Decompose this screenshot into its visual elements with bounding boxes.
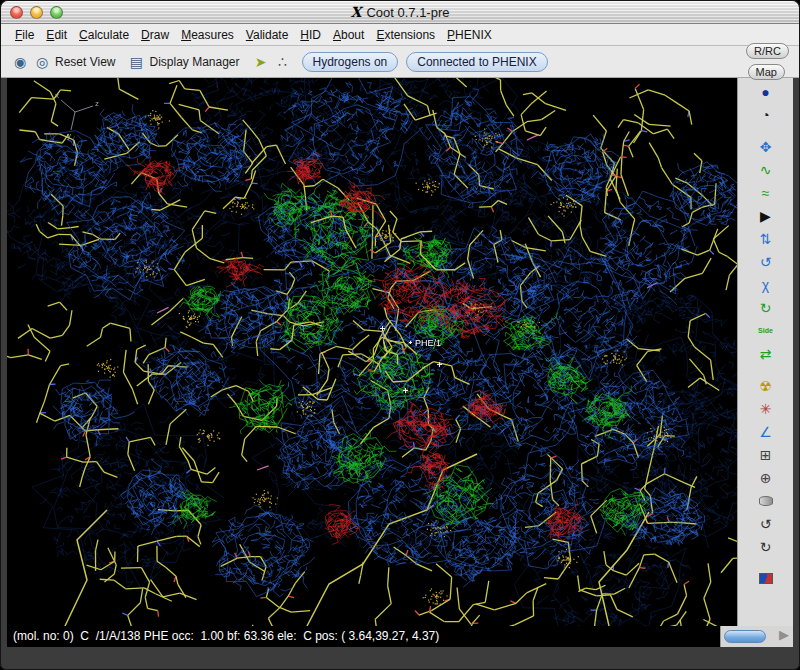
horizontal-scrollbar-thumb[interactable]: [724, 630, 766, 643]
menu-about[interactable]: About: [327, 26, 370, 44]
phenix-connection-button[interactable]: Connected to PHENIX: [406, 52, 547, 72]
redo-icon[interactable]: ↻: [754, 536, 778, 557]
rotate-translate-zone-icon[interactable]: ✥: [754, 136, 778, 157]
modelling-toolbar: ●◔✥∿≈▶⇅↺χ↻Side⇄☢✳∠⊞⊕↺↻: [737, 78, 793, 626]
go-to-ligand-icon[interactable]: ∴: [272, 55, 294, 69]
undo-icon[interactable]: ↺: [754, 513, 778, 534]
play-icon[interactable]: ▶: [754, 205, 778, 226]
menu-hid[interactable]: HID: [294, 26, 327, 44]
resize-grip[interactable]: ▶: [779, 627, 789, 642]
window-title-text: Coot 0.7.1-pre: [366, 5, 449, 20]
toolbar: ◉ ◎ Reset View ▤ Display Manager ➤ ∴ Hyd…: [1, 46, 799, 78]
hydrogens-toggle-button[interactable]: Hydrogens on: [302, 52, 399, 72]
real-space-refine-icon[interactable]: ∿: [754, 159, 778, 180]
menu-calculate[interactable]: Calculate: [73, 26, 135, 44]
menu-draw[interactable]: Draw: [135, 26, 175, 44]
display-manager-icon[interactable]: ▤: [125, 55, 147, 69]
auto-fit-rotamer-icon[interactable]: ↺: [754, 251, 778, 272]
rotamers-icon[interactable]: ↻: [754, 297, 778, 318]
window-controls: [10, 6, 63, 19]
sphere-refine-icon[interactable]: ☢: [754, 375, 778, 396]
gl-canvas[interactable]: [7, 78, 737, 626]
menu-phenix[interactable]: PHENIX: [441, 26, 498, 44]
coot-window: X Coot 0.7.1-pre FileEditCalculateDrawMe…: [0, 0, 800, 670]
menu-measures[interactable]: Measures: [175, 26, 240, 44]
zoom-button[interactable]: [50, 6, 63, 19]
titlebar[interactable]: X Coot 0.7.1-pre: [1, 1, 799, 24]
add-terminal-residue-icon[interactable]: ⊕: [754, 467, 778, 488]
reset-view-icon[interactable]: ◉: [9, 55, 31, 69]
go-to-atom-icon[interactable]: ➤: [250, 55, 272, 69]
regularize-zone-icon[interactable]: ≈: [754, 182, 778, 203]
minimize-button[interactable]: [30, 6, 43, 19]
menu-validate[interactable]: Validate: [240, 26, 295, 44]
window-title: X Coot 0.7.1-pre: [1, 1, 799, 23]
menu-edit[interactable]: Edit: [40, 26, 73, 44]
bottom-right-corner: ▶: [720, 626, 793, 647]
map-button[interactable]: Map: [748, 64, 785, 80]
clock-icon[interactable]: ◔: [754, 104, 778, 125]
close-button[interactable]: [10, 6, 23, 19]
reset-view-button[interactable]: Reset View: [55, 55, 115, 69]
add-atom-icon[interactable]: ⊞: [754, 444, 778, 465]
status-bar: (mol. no: 0) C /1/A/138 PHE occ: 1.00 bf…: [7, 626, 720, 647]
recentre-view-icon[interactable]: ◎: [31, 55, 53, 69]
display-manager-button[interactable]: Display Manager: [149, 55, 239, 69]
chi-angles-icon[interactable]: χ: [754, 274, 778, 295]
rrc-button[interactable]: R/RC: [746, 43, 789, 59]
x11-icon: X: [351, 4, 362, 20]
delete-item-icon[interactable]: [754, 490, 778, 511]
torsion-general-icon[interactable]: ∠: [754, 421, 778, 442]
jed-flip-icon[interactable]: ⇄: [754, 343, 778, 364]
menu-extensions[interactable]: Extensions: [370, 26, 441, 44]
flip-peptide-icon[interactable]: ⇅: [754, 228, 778, 249]
image-icon[interactable]: [754, 568, 778, 589]
menubar: FileEditCalculateDrawMeasuresValidateHID…: [1, 24, 799, 46]
view-sphere-icon[interactable]: ●: [754, 81, 778, 102]
side-chain-flip-icon[interactable]: Side: [754, 320, 778, 341]
mutate-residue-icon[interactable]: ✳: [754, 398, 778, 419]
menu-file[interactable]: File: [9, 26, 40, 44]
